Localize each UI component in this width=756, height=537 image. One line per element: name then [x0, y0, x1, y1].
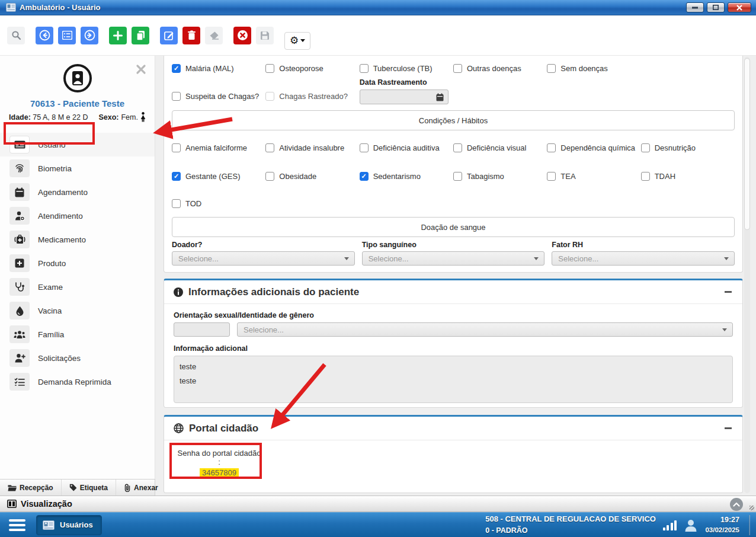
- add-button[interactable]: [109, 27, 127, 44]
- toolbar: ⚙: [0, 15, 756, 56]
- orientation-select[interactable]: Selecione...: [237, 322, 733, 337]
- content-scrollbar[interactable]: [744, 57, 750, 493]
- cb-chagas-rastreado[interactable]: Chagas Rastreado?: [265, 92, 359, 101]
- orientation-label: Orientação sexual/Identidade de gênero: [174, 311, 733, 319]
- checkbox: [453, 143, 462, 152]
- orientation-code-input[interactable]: [174, 322, 230, 337]
- scrollbar-thumb[interactable]: [744, 58, 750, 230]
- patient-age: Idade: 75 A, 8 M e 22 D: [9, 113, 88, 122]
- patient-sex: Sexo: Fem.: [98, 112, 146, 122]
- conditions-row-2: Gestante (GES) Obesidade Sedentarismo Ta…: [172, 172, 735, 181]
- conditions-header: Condições / Hábitos: [172, 110, 735, 130]
- sidebar-item-vacina[interactable]: Vacina: [0, 299, 155, 322]
- etiqueta-button[interactable]: Etiqueta: [62, 480, 116, 496]
- checkbox: [172, 143, 181, 152]
- cb-outras-doencas[interactable]: Outras doenças: [453, 64, 547, 73]
- sidebar-item-label: Vacina: [38, 306, 62, 315]
- cb-tea[interactable]: TEA: [547, 172, 640, 181]
- sidebar-item-solicitacoes[interactable]: Solicitações: [0, 346, 155, 370]
- cb-tod[interactable]: TOD: [172, 199, 265, 208]
- menu-button[interactable]: [9, 519, 25, 531]
- next-button[interactable]: [81, 27, 98, 44]
- sidebar-item-medicamento[interactable]: Medicamento: [0, 228, 155, 251]
- checkbox: [453, 64, 462, 73]
- user-icon[interactable]: [684, 518, 698, 532]
- usuarios-taskbar-button[interactable]: Usuários: [36, 515, 102, 535]
- cb-atividade-insalubre[interactable]: Atividade insalubre: [265, 143, 359, 152]
- close-button[interactable]: [728, 2, 751, 12]
- data-rastreamento-input[interactable]: [360, 90, 449, 104]
- sidebar-item-exame[interactable]: Exame: [0, 275, 155, 299]
- checkbox: [641, 172, 650, 181]
- tipo-sanguineo-select[interactable]: Selecione...: [362, 251, 545, 266]
- sidebar-item-atendimento[interactable]: Atendimento: [0, 204, 155, 228]
- search-button[interactable]: [7, 27, 25, 44]
- cb-osteoporose[interactable]: Osteoporose: [265, 64, 359, 73]
- cb-suspeita-chagas[interactable]: Suspeita de Chagas?: [172, 92, 265, 101]
- sidebar-item-usuario[interactable]: Usuário: [0, 133, 155, 156]
- portal-password-block: Senha do portal cidadão : 34657809: [177, 449, 261, 479]
- sidebar-item-biometria[interactable]: Biometria: [0, 156, 155, 180]
- recepcao-button[interactable]: Recepção: [0, 480, 62, 496]
- anexar-button[interactable]: Anexar: [116, 480, 166, 496]
- cb-deficiencia-auditiva[interactable]: Deficiência auditiva: [360, 143, 453, 152]
- sidebar-close-button[interactable]: [136, 64, 146, 75]
- sidebar-item-label: Biometria: [38, 164, 72, 173]
- family-icon: [9, 325, 30, 343]
- cb-sem-doencas[interactable]: Sem doenças: [547, 64, 640, 73]
- trash-icon: [187, 30, 196, 40]
- copy-icon: [136, 30, 146, 41]
- cb-gestante[interactable]: Gestante (GES): [172, 172, 265, 181]
- visualizacao-bar: Visualização: [0, 496, 756, 512]
- sidebar-footer-bar: Recepção Etiqueta Anexar: [0, 479, 155, 496]
- signal-bars-icon[interactable]: [663, 520, 677, 530]
- sidebar-item-agendamento[interactable]: Agendamento: [0, 180, 155, 204]
- patient-header: 70613 - Paciente Teste Idade: 75 A, 8 M …: [0, 56, 155, 122]
- medkit-icon: [9, 231, 30, 248]
- copy-button[interactable]: [132, 27, 149, 44]
- fingerprint-icon: [9, 159, 30, 177]
- cb-obesidade[interactable]: Obesidade: [265, 172, 359, 181]
- edit-button[interactable]: [160, 27, 178, 44]
- resize-grip[interactable]: [749, 506, 754, 510]
- search-icon: [11, 30, 21, 40]
- minimize-button[interactable]: [686, 2, 704, 12]
- additional-info-textarea[interactable]: teste teste: [174, 356, 733, 403]
- list-button[interactable]: [58, 27, 76, 44]
- additional-info-label: Informação adicional: [174, 344, 733, 353]
- conditions-row-1: Anemia falciforme Atividade insalubre De…: [172, 143, 735, 152]
- cb-tuberculose[interactable]: Tuberculose (TB): [360, 64, 453, 73]
- cb-malaria[interactable]: Malária (MAL): [172, 64, 265, 73]
- checkbox: [360, 64, 369, 73]
- chagas-row: Suspeita de Chagas? Chagas Rastreado? Da…: [172, 78, 735, 104]
- cb-sedentarismo[interactable]: Sedentarismo: [360, 172, 453, 181]
- cancel-button[interactable]: [233, 27, 251, 44]
- collapse-button[interactable]: [725, 424, 733, 433]
- save-button[interactable]: [256, 27, 274, 44]
- delete-button[interactable]: [182, 27, 200, 44]
- previous-button[interactable]: [36, 27, 53, 44]
- x-circle-icon: [237, 30, 248, 41]
- doador-select[interactable]: Selecione...: [172, 251, 355, 266]
- cb-desnutricao[interactable]: Desnutrição: [641, 143, 735, 152]
- collapse-panel-button[interactable]: [730, 498, 743, 511]
- clear-button[interactable]: [205, 27, 223, 44]
- settings-menu-button[interactable]: ⚙: [284, 32, 310, 50]
- sidebar-item-familia[interactable]: Família: [0, 322, 155, 346]
- fator-rh-select[interactable]: Selecione...: [552, 251, 735, 266]
- cb-dependencia-quimica[interactable]: Dependência química: [547, 143, 640, 152]
- id-card-icon: [9, 136, 30, 154]
- checkbox-disabled: [265, 92, 274, 101]
- cb-deficiencia-visual[interactable]: Deficiência visual: [453, 143, 547, 152]
- sidebar-item-produto[interactable]: Produto: [0, 251, 155, 275]
- maximize-button[interactable]: [707, 2, 725, 12]
- portal-header: Portal cidadão: [164, 417, 742, 440]
- checkbox-checked: [172, 172, 181, 181]
- collapse-button[interactable]: [725, 288, 733, 296]
- checkbox: [172, 199, 181, 208]
- sidebar-item-demanda-reprimida[interactable]: Demanda Reprimida: [0, 370, 155, 394]
- cb-tabagismo[interactable]: Tabagismo: [453, 172, 547, 181]
- arrow-right-circle-icon: [84, 30, 95, 41]
- cb-tdah[interactable]: TDAH: [641, 172, 735, 181]
- cb-anemia-falciforme[interactable]: Anemia falciforme: [172, 143, 265, 152]
